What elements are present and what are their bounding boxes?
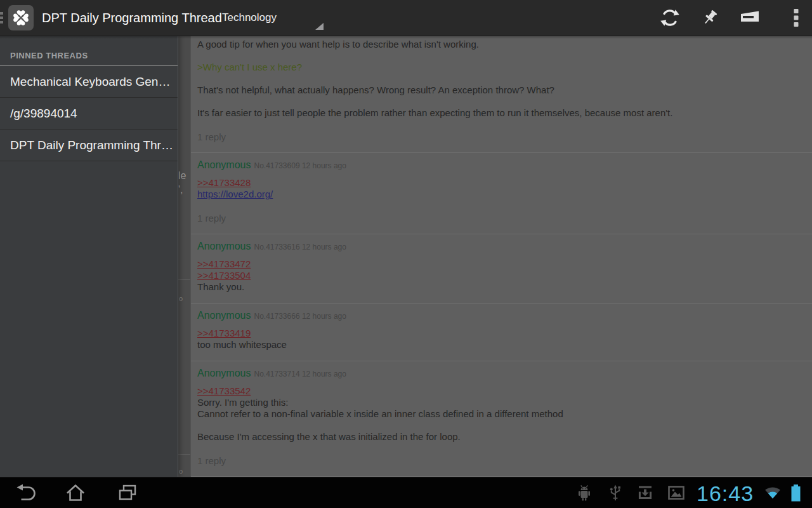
drawer-header: PINNED THREADS <box>0 36 178 66</box>
poster-name: Anonymous <box>197 241 251 251</box>
greentext-line: >Why can't I use x here? <box>197 62 803 73</box>
post-header: AnonymousNo.41733714 12 hours ago <box>197 368 803 379</box>
catalog-divider <box>178 279 190 280</box>
quote-link[interactable]: >>41733504 <box>197 270 251 281</box>
thread-title: DPT Daily Programming Thread <box>42 0 222 36</box>
post-text-line: It's far easier to just tell people the … <box>197 107 803 119</box>
catalog-text-fragment: le <box>178 170 186 182</box>
system-nav-bar: 16:43 <box>0 477 812 508</box>
post: AnonymousNo.41733714 12 hours ago >>4173… <box>191 361 812 477</box>
screen: le ', o o A good tip for when you want h… <box>0 0 812 508</box>
pinned-thread-item[interactable]: DPT Daily Programming Thr… <box>0 130 178 161</box>
pinned-thread-item[interactable]: Mechanical Keyboards Gen… <box>0 66 178 98</box>
usb-debugging-icon <box>608 485 623 505</box>
board-spinner[interactable]: Technology <box>222 0 277 36</box>
post-text-line: A good tip for when you want help is to … <box>197 39 803 50</box>
reply-button[interactable] <box>740 8 760 28</box>
post-text-line: That's not helpful, what actually happen… <box>197 84 803 96</box>
poster-name: Anonymous <box>197 159 251 170</box>
poster-name: Anonymous <box>197 368 251 378</box>
catalog-text-fragment: o <box>179 467 183 475</box>
battery-icon <box>790 485 801 504</box>
replies-link[interactable]: 1 reply <box>197 455 803 466</box>
post-text-line: Cannot refer to a non-final variable x i… <box>197 408 803 420</box>
post-text-line: too much whitespace <box>197 339 803 351</box>
spinner-caret-icon <box>315 23 324 30</box>
blank-line <box>197 420 803 431</box>
refresh-button[interactable] <box>660 8 680 28</box>
pin-icon <box>700 8 720 28</box>
screenshot-image-icon <box>668 486 684 502</box>
replies-link[interactable]: 1 reply <box>197 213 803 224</box>
quote-link[interactable]: >>41733419 <box>197 328 251 339</box>
post: AnonymousNo.41733616 12 hours ago >>4173… <box>191 234 812 304</box>
drawer-edge-handle[interactable] <box>0 12 3 25</box>
back-button[interactable] <box>14 482 38 504</box>
post: AnonymousNo.41733666 12 hours ago >>4173… <box>191 304 812 361</box>
replies-link[interactable]: 1 reply <box>197 131 803 142</box>
recent-apps-icon <box>117 483 138 503</box>
catalog-divider <box>178 454 190 455</box>
adb-android-icon <box>576 485 593 505</box>
status-clock: 16:43 <box>697 479 763 508</box>
board-spinner-label: Technology <box>222 11 277 24</box>
home-icon <box>64 482 87 504</box>
blank-line <box>197 96 803 107</box>
refresh-icon <box>660 8 680 28</box>
action-bar: DPT Daily Programming Thread Technology <box>0 0 812 36</box>
poster-name: Anonymous <box>197 310 251 321</box>
home-button[interactable] <box>63 482 88 504</box>
post-header: AnonymousNo.41733609 12 hours ago <box>197 159 803 171</box>
post-header: AnonymousNo.41733616 12 hours ago <box>197 241 803 252</box>
back-icon <box>14 482 38 504</box>
post-text-line: Thank you. <box>197 281 803 293</box>
overflow-menu-button[interactable] <box>792 8 801 28</box>
pinned-threads-drawer: PINNED THREADS Mechanical Keyboards Gen…… <box>0 36 178 478</box>
blank-line <box>197 50 803 62</box>
quote-link[interactable]: >>41733472 <box>197 258 251 270</box>
catalog-text-fragment: ', <box>178 184 183 196</box>
post-meta: No.41733714 12 hours ago <box>254 370 346 378</box>
overflow-menu-icon <box>794 9 799 27</box>
post-meta: No.41733616 12 hours ago <box>254 243 346 251</box>
post: A good tip for when you want help is to … <box>191 36 812 153</box>
post-meta: No.41733666 12 hours ago <box>254 312 346 321</box>
post-text-line: Because I'm accessing the x that was ini… <box>197 431 803 443</box>
quote-link[interactable]: >>41733428 <box>197 177 251 189</box>
thread-pane: A good tip for when you want help is to … <box>190 36 812 478</box>
download-tray-icon <box>637 485 653 504</box>
recent-apps-button[interactable] <box>115 482 140 504</box>
catalog-text-fragment: o <box>179 295 183 302</box>
pinned-thread-item[interactable]: /g/39894014 <box>0 98 178 130</box>
quote-link[interactable]: >>41733542 <box>197 385 251 397</box>
post-meta: No.41733609 12 hours ago <box>254 161 346 170</box>
wifi-icon <box>764 486 781 502</box>
post: AnonymousNo.41733609 12 hours ago >>4173… <box>191 153 812 234</box>
url-link[interactable]: https://love2d.org/ <box>197 189 273 200</box>
app-logo-clover-icon[interactable] <box>8 5 34 30</box>
content-area: le ', o o A good tip for when you want h… <box>0 36 812 478</box>
post-header: AnonymousNo.41733666 12 hours ago <box>197 310 803 321</box>
reply-icon <box>740 10 759 25</box>
blank-line <box>197 73 803 84</box>
pin-button[interactable] <box>700 8 720 28</box>
post-text-line: Sorry. I'm getting this: <box>197 397 803 408</box>
